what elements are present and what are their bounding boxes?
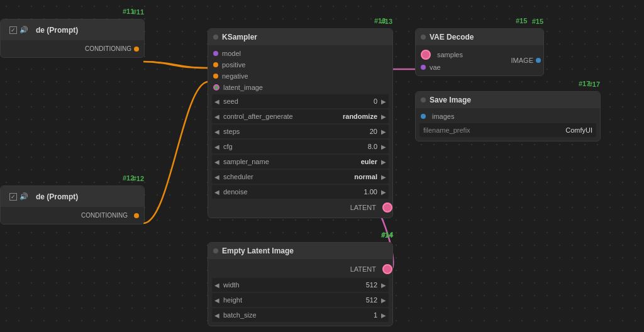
node-14-batch-value: 1	[374, 311, 379, 319]
node-13-latent-image-label: latent_image	[223, 84, 263, 91]
node-15: #15 VAE Decode samples vae IMAGE	[415, 28, 544, 76]
node-13-scheduler-value: normal	[354, 173, 379, 180]
node-14-width-left[interactable]: ◀	[212, 278, 222, 292]
node-17-filename-value[interactable]: ComfyUI	[565, 126, 592, 134]
node-12-checkbox[interactable]: ✓	[9, 193, 17, 201]
node-13-latent-output-label: LATENT	[350, 204, 376, 211]
node-14: #14 Empty Latent Image LATENT ◀ width 51…	[208, 242, 393, 326]
node-13-latent-output-row: LATENT	[208, 200, 392, 215]
node-13-control-right[interactable]: ▶	[379, 109, 389, 123]
node-15-title: VAE Decode	[430, 33, 474, 42]
node-17-id: #17	[589, 80, 600, 88]
node-13-model-row: model	[208, 48, 392, 59]
node-14-height-value: 512	[366, 296, 379, 304]
node-13-scheduler-name: scheduler	[222, 173, 354, 180]
node-12-conditioning-label: CONDITIONING	[81, 212, 128, 219]
node-14-height-right[interactable]: ▶	[379, 293, 389, 307]
node-13-sampler-left[interactable]: ◀	[212, 155, 222, 169]
node-12-conditioning-port[interactable]	[134, 213, 139, 218]
node-13-title: KSampler	[222, 33, 257, 42]
node-14-width-row: ◀ width 512 ▶	[212, 278, 389, 292]
node-13-cfg-right[interactable]: ▶	[379, 140, 389, 153]
node-14-height-left[interactable]: ◀	[212, 293, 222, 307]
node-13-control-row: ◀ control_after_generate randomize ▶	[212, 109, 389, 123]
node-15-dot	[421, 35, 426, 40]
node-13-denoise-row: ◀ denoise 1.00 ▶	[212, 185, 389, 199]
node-13-scheduler-row: ◀ scheduler normal ▶	[212, 170, 389, 184]
node-17-images-label: images	[432, 113, 454, 120]
node-13-sampler-value: euler	[361, 158, 379, 165]
node-14-id-label: #14	[382, 231, 393, 238]
node-13-control-left[interactable]: ◀	[212, 109, 222, 123]
node-12-speaker-icon: 🔊	[19, 192, 28, 201]
node-17-title: Save Image	[430, 96, 471, 104]
node-11-id-label: #11	[123, 8, 134, 15]
node-13-positive-port[interactable]	[213, 62, 218, 67]
node-11-id: #11	[133, 8, 144, 16]
node-12: #12 ✓ 🔊 de (Prompt) CONDITIONING	[0, 185, 145, 224]
node-17-images-port[interactable]	[421, 114, 426, 119]
node-15-outputs: IMAGE	[511, 48, 543, 73]
node-13-seed-name: seed	[222, 97, 374, 105]
node-13-latent-image-port[interactable]	[213, 84, 219, 91]
node-13-positive-row: positive	[208, 59, 392, 70]
node-14-latent-output-label: LATENT	[350, 265, 376, 273]
node-12-conditioning-row: CONDITIONING	[1, 209, 144, 221]
node-14-batch-left[interactable]: ◀	[212, 308, 222, 322]
node-13-cfg-name: cfg	[222, 143, 368, 150]
node-13-control-name: control_after_generate	[222, 113, 343, 120]
node-13-seed-right[interactable]: ▶	[379, 94, 389, 108]
node-12-id: #12	[133, 175, 144, 182]
node-17-header: Save Image	[416, 92, 600, 108]
node-17-id-label: #17	[579, 80, 590, 87]
node-13-seed-left[interactable]: ◀	[212, 94, 222, 108]
node-13-negative-port[interactable]	[213, 74, 218, 79]
node-14-latent-output-port[interactable]	[382, 264, 392, 274]
node-14-width-right[interactable]: ▶	[379, 278, 389, 292]
node-11-title: de (Prompt)	[36, 26, 78, 35]
node-14-batch-right[interactable]: ▶	[379, 308, 389, 322]
node-13-model-port[interactable]	[213, 51, 218, 56]
node-17-images-row: images	[416, 111, 600, 122]
node-13-seed-value: 0	[374, 97, 379, 105]
node-13-control-value: randomize	[343, 113, 379, 120]
node-13-steps-right[interactable]: ▶	[379, 124, 389, 138]
node-11-checkbox[interactable]: ✓	[9, 26, 17, 34]
node-14-dot	[213, 248, 218, 253]
node-15-id-label: #15	[516, 17, 527, 25]
node-13-body: model positive negative latent_image ◀ s…	[208, 45, 392, 218]
node-11-conditioning-row: CONDITIONING	[1, 43, 144, 55]
node-13-sampler-right[interactable]: ▶	[379, 155, 389, 169]
node-15-vae-port[interactable]	[421, 65, 426, 70]
node-14-body: LATENT ◀ width 512 ▶ ◀ height 512 ▶ ◀ ba…	[208, 259, 392, 326]
node-11-header: ✓ 🔊 de (Prompt)	[1, 19, 144, 40]
node-13-denoise-right[interactable]: ▶	[379, 185, 389, 199]
node-13: #13 KSampler model positive negative lat…	[208, 28, 393, 218]
node-13-steps-name: steps	[222, 128, 370, 135]
node-13-negative-row: negative	[208, 70, 392, 82]
node-13-scheduler-left[interactable]: ◀	[212, 170, 222, 184]
node-11: #11 ✓ 🔊 de (Prompt) CONDITIONING	[0, 19, 145, 58]
node-15-header: VAE Decode	[416, 29, 543, 45]
node-14-batch-row: ◀ batch_size 1 ▶	[212, 308, 389, 322]
node-11-body: CONDITIONING	[1, 40, 144, 57]
node-12-body: CONDITIONING	[1, 207, 144, 224]
node-13-scheduler-right[interactable]: ▶	[379, 170, 389, 184]
node-15-vae-label: vae	[430, 64, 441, 71]
node-13-steps-left[interactable]: ◀	[212, 124, 222, 138]
node-13-steps-value: 20	[370, 128, 379, 135]
node-15-image-port[interactable]	[536, 58, 541, 63]
node-11-conditioning-port[interactable]	[134, 47, 139, 52]
node-14-height-name: height	[222, 296, 366, 304]
node-13-denoise-value: 1.00	[364, 188, 379, 196]
node-13-denoise-left[interactable]: ◀	[212, 185, 222, 199]
node-15-image-label: IMAGE	[511, 57, 533, 64]
node-14-header: Empty Latent Image	[208, 243, 392, 259]
node-15-samples-port[interactable]	[421, 50, 431, 60]
node-11-controls: ✓ 🔊	[6, 23, 32, 36]
node-13-latent-output-port[interactable]	[382, 202, 392, 213]
node-canvas: #11 ✓ 🔊 de (Prompt) CONDITIONING #12 ✓ 🔊	[0, 0, 644, 332]
node-13-latent-image-row: latent_image	[208, 82, 392, 93]
node-13-cfg-left[interactable]: ◀	[212, 140, 222, 153]
node-17-filename-row: filename_prefix ComfyUI	[419, 123, 596, 137]
